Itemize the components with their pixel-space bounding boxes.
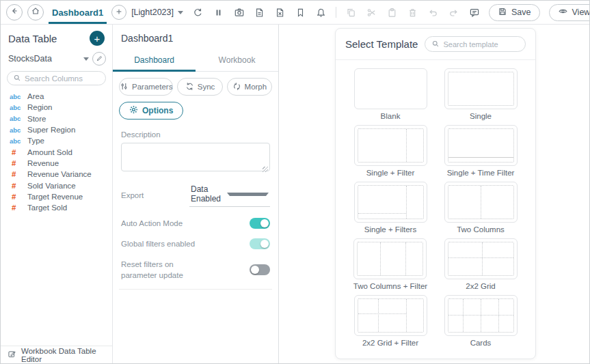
paste-button[interactable]: [386, 7, 398, 18]
column-row[interactable]: #Amount Sold: [1, 146, 112, 157]
trash-icon: [407, 8, 418, 18]
export-pdf-button[interactable]: [254, 7, 265, 18]
bell-icon: [316, 8, 326, 18]
alerts-button[interactable]: [315, 7, 327, 18]
auto-action-mode-toggle[interactable]: [250, 218, 270, 229]
options-button[interactable]: Options: [119, 102, 183, 120]
template-2x2-grid[interactable]: 2x2 Grid: [444, 238, 518, 290]
sync-button[interactable]: Sync: [177, 78, 222, 96]
undo-button[interactable]: [427, 7, 439, 18]
template-two-columns[interactable]: Two Columns: [444, 182, 518, 234]
reset-filters-toggle[interactable]: [250, 264, 270, 275]
column-row[interactable]: abcType: [1, 135, 112, 146]
search-columns-input[interactable]: [25, 74, 100, 83]
pdf-file-icon: [254, 8, 265, 18]
column-row[interactable]: abcRegion: [1, 102, 112, 113]
template-single-filters[interactable]: Single + Filters: [354, 182, 427, 234]
search-template-input[interactable]: [443, 40, 519, 48]
template-single-filter[interactable]: Single + Filter: [354, 125, 427, 177]
pause-icon: [214, 8, 223, 17]
global-filters-toggle[interactable]: [250, 238, 270, 249]
plus-icon: [115, 6, 123, 18]
home-icon: [31, 6, 40, 18]
auto-action-mode-row: Auto Action Mode: [121, 218, 270, 229]
data-table-selector[interactable]: StocksData: [8, 54, 80, 64]
redo-icon: [448, 8, 459, 18]
column-row[interactable]: #Target Sold: [1, 202, 112, 213]
snapshot-button[interactable]: [233, 7, 245, 18]
comment-icon: [469, 7, 480, 18]
undo-icon: [428, 8, 438, 18]
numeric-column-icon: #: [10, 204, 27, 212]
eye-icon: [558, 6, 568, 18]
dashboard-tab[interactable]: Dashboard1: [49, 1, 107, 24]
export-select[interactable]: Data Enabled: [189, 183, 270, 207]
tab-dashboard[interactable]: Dashboard: [113, 51, 196, 71]
description-textarea[interactable]: [121, 143, 270, 171]
scissors-icon: [366, 8, 377, 18]
theme-value: [Light2023]: [131, 8, 174, 17]
numeric-column-icon: #: [10, 159, 27, 167]
template-thumbnail: [444, 295, 518, 336]
theme-selector[interactable]: [Light2023]: [131, 8, 183, 17]
column-row[interactable]: #Revenue: [1, 158, 112, 169]
panel-title: Dashboard1: [113, 25, 278, 51]
global-filters-row: Global filters enabled: [121, 238, 270, 249]
text-column-icon: abc: [10, 137, 27, 145]
column-row[interactable]: #Sold Variance: [1, 180, 112, 191]
template-grid: Blank Single Single + Filter Single + Ti…: [336, 60, 535, 359]
add-data-table-button[interactable]: +: [90, 31, 105, 46]
morph-button[interactable]: Morph: [227, 78, 272, 96]
edit-data-table-button[interactable]: [92, 52, 106, 66]
data-table-title: Data Table: [8, 33, 57, 44]
column-row[interactable]: #Target Revenue: [1, 191, 112, 202]
column-row[interactable]: abcArea: [1, 91, 112, 102]
template-single[interactable]: Single: [444, 68, 518, 120]
pause-button[interactable]: [213, 7, 224, 18]
description-label: Description: [121, 130, 270, 139]
copy-icon: [346, 8, 356, 18]
toolbar-right-group: [Light2023]: [131, 4, 590, 21]
home-button[interactable]: [27, 4, 44, 20]
export-excel-button[interactable]: [274, 7, 286, 18]
copy-button[interactable]: [345, 7, 357, 18]
chevron-down-icon[interactable]: [83, 57, 89, 61]
cut-button[interactable]: [366, 7, 377, 18]
bookmark-button[interactable]: [295, 7, 306, 18]
comments-button[interactable]: [468, 7, 480, 18]
redo-button[interactable]: [448, 7, 459, 18]
text-column-icon: abc: [10, 93, 27, 100]
parameters-button[interactable]: Parameters: [119, 78, 173, 96]
panel-tabs: Dashboard Workbook: [113, 51, 278, 72]
delete-button[interactable]: [407, 7, 418, 18]
tab-workbook[interactable]: Workbook: [196, 51, 278, 71]
template-blank[interactable]: Blank: [354, 68, 427, 120]
workbook-data-table-editor-button[interactable]: Workbook Data Table Editor: [1, 346, 112, 363]
column-row[interactable]: abcSuper Region: [1, 124, 112, 135]
search-columns-box: [7, 71, 106, 85]
refresh-button[interactable]: [192, 7, 204, 18]
chevron-down-icon: [227, 193, 269, 196]
template-two-columns-filter[interactable]: Two Columns + Filter: [353, 238, 427, 290]
excel-file-icon: [275, 8, 285, 18]
template-cards[interactable]: Cards: [444, 295, 518, 347]
add-dashboard-button[interactable]: [111, 5, 126, 20]
template-thumbnail: [444, 125, 518, 166]
top-toolbar: Dashboard1 [Light2023]: [1, 1, 589, 25]
morph-icon: [232, 82, 241, 92]
reset-filters-row: Reset filters on parameter update: [121, 259, 270, 281]
app-window: Dashboard1 [Light2023]: [0, 0, 590, 364]
clipboard-icon: [387, 8, 397, 18]
sliders-icon: [120, 82, 129, 92]
back-button[interactable]: [6, 4, 23, 20]
save-button[interactable]: Save: [489, 4, 540, 21]
view-button[interactable]: View: [549, 4, 590, 21]
template-2x2-grid-filter[interactable]: 2x2 Grid + Filter: [354, 295, 427, 347]
toolbar-divider: [336, 7, 336, 18]
column-row[interactable]: #Revenue Variance: [1, 169, 112, 180]
gear-icon: [129, 105, 138, 116]
column-row[interactable]: abcStore: [1, 113, 112, 124]
template-single-time-filter[interactable]: Single + Time Filter: [444, 125, 518, 177]
dashboard-canvas: Select Template Blank: [279, 25, 589, 363]
camera-icon: [234, 7, 245, 18]
